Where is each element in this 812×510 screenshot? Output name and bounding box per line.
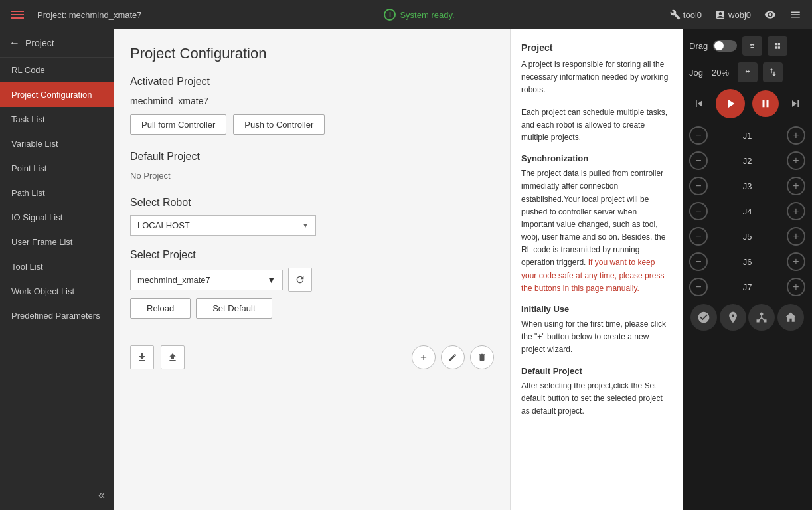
wobj-label: wobj0: [728, 10, 751, 20]
sidebar-item-project-configuration[interactable]: Project Configuration: [0, 82, 114, 107]
robot-dropdown[interactable]: LOCALHOST ▼: [130, 215, 316, 236]
j3-minus-button[interactable]: −: [689, 177, 708, 195]
j1-minus-button[interactable]: −: [689, 126, 708, 145]
pause-button[interactable]: [752, 90, 779, 117]
mode-btn-2[interactable]: [720, 304, 746, 331]
status-icon: i: [384, 9, 396, 21]
default-project-value: No Project: [130, 171, 494, 181]
add-project-button[interactable]: [412, 345, 436, 369]
select-robot-title: Select Robot: [130, 197, 494, 209]
info-initial-use-title: Initially Use: [521, 304, 672, 314]
project-dropdown-arrow-icon: ▼: [267, 275, 276, 285]
push-to-controller-button[interactable]: Push to Controller: [233, 114, 325, 135]
drag-toggle[interactable]: [713, 40, 737, 52]
j6-minus-button[interactable]: −: [689, 252, 708, 271]
j1-plus-button[interactable]: +: [787, 126, 805, 145]
project-dropdown-value: mechmind_xmate7: [137, 275, 210, 285]
drag-label: Drag: [689, 41, 708, 51]
joint-row-j2: − J2 +: [689, 150, 805, 171]
j7-plus-button[interactable]: +: [787, 278, 805, 296]
set-default-button[interactable]: Set Default: [196, 298, 272, 319]
pull-from-controller-button[interactable]: Pull form Controller: [130, 114, 226, 135]
right-panel: Drag Jog 20%: [683, 29, 812, 510]
wobj-icon: [715, 9, 726, 20]
mode-icon-2: [726, 311, 740, 324]
sidebar-item-path-list[interactable]: Path List: [0, 181, 114, 205]
drag-toggle-row: Drag: [689, 36, 805, 56]
j2-plus-button[interactable]: +: [787, 151, 805, 170]
main-content: Project Configuration Activated Project …: [114, 29, 510, 510]
grid-icon: [789, 9, 801, 21]
info-project-title: Project: [521, 42, 672, 53]
j7-label: J7: [740, 282, 756, 292]
export-button[interactable]: [161, 345, 185, 369]
info-sync-text: The project data is pulled from controll…: [521, 167, 672, 295]
tool-item[interactable]: tool0: [670, 9, 702, 20]
sidebar-item-task-list[interactable]: Task List: [0, 107, 114, 131]
sidebar-item-tool-list[interactable]: Tool List: [0, 254, 114, 279]
j7-minus-button[interactable]: −: [689, 278, 708, 296]
j2-label: J2: [740, 156, 756, 166]
jog-icon-btn2[interactable]: [763, 62, 783, 82]
j3-plus-button[interactable]: +: [787, 177, 805, 195]
j2-minus-button[interactable]: −: [689, 151, 708, 170]
refresh-icon: [295, 274, 305, 285]
sidebar-item-io-signal-list[interactable]: IO Signal List: [0, 205, 114, 230]
sidebar-item-predefined-parameters[interactable]: Predefined Parameters: [0, 303, 114, 328]
import-button[interactable]: [130, 345, 154, 369]
j4-minus-button[interactable]: −: [689, 202, 708, 220]
play-button[interactable]: [716, 89, 745, 118]
project-dropdown[interactable]: mechmind_xmate7 ▼: [130, 270, 283, 290]
sidebar-item-user-frame-list[interactable]: User Frame List: [0, 230, 114, 254]
sidebar-item-variable-list[interactable]: Variable List: [0, 131, 114, 156]
hamburger-menu[interactable]: [11, 11, 24, 19]
controller-buttons: Pull form Controller Push to Controller: [130, 114, 494, 135]
sidebar-collapse-button[interactable]: «: [0, 480, 114, 510]
sidebar-item-work-object-list[interactable]: Work Object List: [0, 279, 114, 303]
back-button[interactable]: ← Project: [0, 29, 114, 58]
joint-row-j3: − J3 +: [689, 175, 805, 197]
edit-project-button[interactable]: [441, 345, 465, 369]
info-initial-use-text: When using for the first time, please cl…: [521, 318, 672, 357]
drag-mode-btn1[interactable]: [742, 36, 762, 56]
tool-label: tool0: [683, 10, 702, 20]
skip-forward-icon: [789, 97, 802, 110]
mode-btn-4[interactable]: [777, 304, 804, 331]
jog-percent: 20%: [708, 68, 732, 78]
menu-item[interactable]: [789, 9, 801, 21]
delete-icon: [477, 353, 487, 362]
skip-forward-button[interactable]: [785, 94, 805, 114]
select-project-title: Select Project: [130, 249, 494, 261]
joint-row-j1: − J1 +: [689, 125, 805, 146]
refresh-button[interactable]: [288, 268, 312, 292]
j4-plus-button[interactable]: +: [787, 202, 805, 220]
visibility-item[interactable]: [764, 9, 776, 21]
sidebar-item-point-list[interactable]: Point List: [0, 156, 114, 181]
select-robot-section: Select Robot LOCALHOST ▼: [130, 197, 494, 236]
wobj-item[interactable]: wobj0: [715, 9, 751, 20]
mode-icon-4: [784, 311, 797, 324]
j5-minus-button[interactable]: −: [689, 227, 708, 246]
info-project-text2: Each project can schedule multiple tasks…: [521, 106, 672, 145]
mode-btn-1[interactable]: [690, 304, 717, 331]
jog-icon2: [768, 67, 778, 78]
add-icon: [419, 353, 428, 362]
j5-plus-button[interactable]: +: [787, 227, 805, 246]
playback-controls: [689, 89, 805, 118]
skip-back-button[interactable]: [689, 94, 709, 114]
back-arrow-icon: ←: [9, 37, 20, 49]
jog-icon1: [742, 67, 753, 78]
tool-icon: [670, 9, 681, 20]
drag-mode-btn2[interactable]: [768, 36, 787, 56]
skip-back-icon: [692, 97, 706, 110]
sidebar-item-rl-code[interactable]: RL Code: [0, 58, 114, 82]
mode-btn-3[interactable]: [748, 304, 775, 331]
delete-project-button[interactable]: [470, 345, 494, 369]
play-icon: [723, 96, 738, 111]
j6-plus-button[interactable]: +: [787, 252, 805, 271]
jog-icon-btn1[interactable]: [738, 62, 758, 82]
topbar-right: tool0 wobj0: [617, 9, 801, 21]
robot-dropdown-arrow-icon: ▼: [302, 222, 309, 229]
reload-button[interactable]: Reload: [130, 298, 191, 319]
sidebar: ← Project RL Code Project Configuration …: [0, 29, 114, 510]
